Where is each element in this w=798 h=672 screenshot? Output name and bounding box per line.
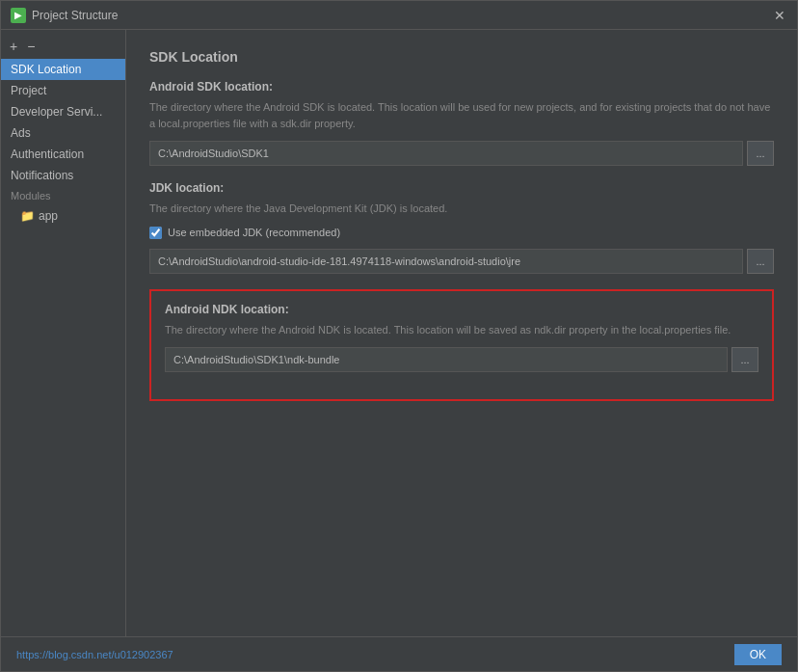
main-content: + − SDK Location Project Developer Servi… — [1, 30, 797, 636]
android-sdk-browse-button[interactable]: ... — [747, 141, 774, 166]
android-sdk-desc: The directory where the Android SDK is l… — [149, 99, 774, 131]
sidebar-item-project[interactable]: Project — [1, 80, 125, 101]
ndk-browse-button[interactable]: ... — [732, 347, 758, 372]
jdk-title: JDK location: — [149, 181, 774, 195]
android-sdk-path-input[interactable] — [149, 141, 743, 166]
window-title: Project Structure — [32, 9, 118, 22]
ndk-section: Android NDK location: The directory wher… — [149, 289, 774, 402]
jdk-checkbox-label: Use embedded JDK (recommended) — [168, 227, 340, 238]
ndk-path-input[interactable] — [165, 347, 728, 372]
app-icon: ▶ — [11, 8, 26, 23]
jdk-checkbox-row: Use embedded JDK (recommended) — [149, 227, 774, 239]
jdk-checkbox[interactable] — [149, 227, 162, 239]
ndk-input-row: ... — [165, 347, 758, 372]
sidebar-item-authentication[interactable]: Authentication — [1, 144, 125, 165]
panel-title: SDK Location — [149, 49, 774, 65]
watermark: https://blog.csdn.net/u012902367 — [16, 649, 173, 660]
sidebar-item-app[interactable]: 📁 app — [1, 205, 125, 227]
main-panel: SDK Location Android SDK location: The d… — [126, 30, 797, 636]
title-bar-left: ▶ Project Structure — [11, 8, 118, 23]
sidebar-toolbar: + − — [1, 34, 125, 59]
close-button[interactable]: ✕ — [772, 8, 787, 23]
sidebar-item-sdk-location[interactable]: SDK Location — [1, 59, 125, 80]
android-sdk-input-row: ... — [149, 141, 774, 166]
bottom-bar: https://blog.csdn.net/u012902367 OK — [1, 636, 797, 671]
sidebar-remove-button[interactable]: − — [24, 38, 38, 55]
ndk-title: Android NDK location: — [165, 303, 758, 316]
sidebar-item-ads[interactable]: Ads — [1, 122, 125, 144]
ok-button[interactable]: OK — [734, 644, 782, 665]
jdk-input-row: ... — [149, 249, 774, 274]
sidebar-item-notifications[interactable]: Notifications — [1, 165, 125, 186]
project-structure-window: ▶ Project Structure ✕ + − SDK Location P… — [0, 0, 798, 672]
ndk-desc: The directory where the Android NDK is l… — [165, 322, 758, 338]
title-bar: ▶ Project Structure ✕ — [1, 1, 797, 30]
jdk-desc: The directory where the Java Development… — [149, 201, 774, 217]
sidebar-add-button[interactable]: + — [7, 38, 20, 55]
android-sdk-title: Android SDK location: — [149, 80, 774, 94]
jdk-browse-button[interactable]: ... — [747, 249, 774, 274]
folder-icon: 📁 — [20, 209, 35, 223]
jdk-path-input[interactable] — [149, 249, 743, 274]
modules-label: Modules — [1, 186, 125, 205]
sidebar: + − SDK Location Project Developer Servi… — [1, 30, 126, 636]
sidebar-item-developer-services[interactable]: Developer Servi... — [1, 101, 125, 122]
